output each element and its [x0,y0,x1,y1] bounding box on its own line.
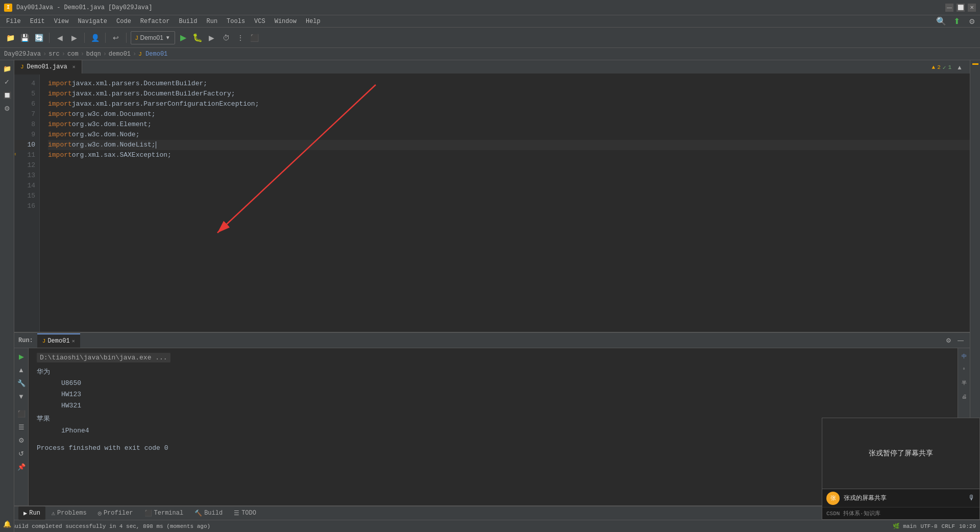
settings-panel-button[interactable]: ⚙ [943,335,953,346]
bottom-tab-problems[interactable]: ⚠ Problems [46,506,92,520]
encoding-button[interactable]: 中 [958,350,970,362]
profile-button[interactable]: ⏱ [220,32,232,44]
code-line-7: import org.w3c.dom.Document; [48,109,970,119]
line-num-4: 4 [14,79,35,89]
search-everywhere-button[interactable]: 🔍 [935,15,947,28]
menu-view[interactable]: View [50,17,73,26]
tab-close-button[interactable]: ✕ [72,64,76,70]
code-editor[interactable]: 4 5 6 7 8 9 10 ◁ 11 12 13 14 15 16 impor… [14,75,970,332]
structure-sidebar-icon[interactable]: 🔲 [1,89,13,101]
line-num-5: 5 [14,89,35,99]
font-size-button[interactable]: 半 [958,377,970,389]
save-button[interactable]: 💾 [18,32,31,44]
todo-tab-label: TODO [241,510,256,517]
settings-button[interactable]: ⚙ [966,15,978,28]
floating-panel: 张戎暂停了屏幕共享 张 张戎的屏幕共享 🎙 CSDN 抖体系·知识库 [822,418,980,520]
menu-code[interactable]: Code [112,17,135,26]
tab-filename: Demo01.java [27,63,67,70]
bottom-tab-run[interactable]: ▶ Run [18,506,45,520]
code-line-16 [48,201,970,211]
notifications-sidebar-icon[interactable]: 🔔 [1,518,13,530]
sync-button[interactable]: 🔄 [33,32,45,44]
breadcrumb-bdqn[interactable]: bdqn [86,51,101,58]
code-line-9: import org.w3c.dom.Node; [48,130,970,140]
close-button[interactable]: ✕ [968,4,976,12]
java-file-icon: J [20,64,24,70]
open-button[interactable]: 📁 [4,32,16,44]
run-wrench-button[interactable]: 🔧 [15,377,28,389]
status-line-sep: CRLF [942,523,955,529]
run-tab-demo01[interactable]: J Demo01 ✕ [37,333,80,348]
code-line-10: import org.w3c.dom.NodeList; [48,140,970,150]
commit-sidebar-icon[interactable]: ✓ [1,76,13,88]
output-hw123: HW123 [37,389,949,400]
run-gear2-button[interactable]: ⚙ [15,434,28,446]
bottom-tab-todo[interactable]: ☰ TODO [229,506,261,520]
line-num-7: 7 [14,109,35,119]
git-button[interactable]: 👤 [89,32,101,44]
run-config-selector[interactable]: J Demo01 ▼ [131,31,175,44]
editor-tab-demo01[interactable]: J Demo01.java ✕ [14,60,82,74]
status-git: 🌿 main [893,523,917,529]
run-scroll-up-button[interactable]: ▲ [15,364,28,376]
breadcrumb-com[interactable]: com [67,51,79,58]
menu-tools[interactable]: Tools [223,17,249,26]
project-sidebar-icon[interactable]: 📁 [1,62,13,75]
half-width-button[interactable]: ° [958,364,970,376]
scroll-up-button[interactable]: ▲ [953,61,966,74]
code-line-4: import javax.xml.parsers.DocumentBuilder… [48,79,970,89]
services-sidebar-icon[interactable]: ⚙ [1,102,13,114]
minimize-panel-button[interactable]: — [955,335,966,346]
menu-edit[interactable]: Edit [26,17,49,26]
breadcrumb-class[interactable]: J Demo01 [138,51,167,58]
run-tab-label: Run [29,510,40,517]
run-pin-button[interactable]: 📌 [15,461,28,473]
undo-button[interactable]: ↩ [110,32,122,44]
menu-navigate[interactable]: Navigate [74,17,111,26]
minimize-button[interactable]: — [945,4,953,12]
output-process-finished: Process finished with exit code 0 [37,443,949,454]
coverage-button[interactable]: ▶ [206,32,218,44]
menu-vcs[interactable]: VCS [250,17,270,26]
run-panel-label: Run: [18,337,33,344]
more-actions-button[interactable]: ⋮ [234,32,247,44]
bottom-tab-profiler[interactable]: ◎ Profiler [93,506,138,520]
run-lines-button[interactable]: ☰ [15,421,28,433]
run-scroll-down-button[interactable]: ▼ [15,390,28,402]
stop-button[interactable]: ⬛ [249,32,261,44]
run-panel-controls: ⚙ — [943,335,966,346]
back-button[interactable]: ◀ [54,32,66,44]
code-line-14 [48,181,970,191]
menu-help[interactable]: Help [302,17,325,26]
window-controls[interactable]: — ⬜ ✕ [945,4,976,12]
build-tab-label: Build [204,510,223,517]
maximize-button[interactable]: ⬜ [957,4,965,12]
status-encoding: UTF-8 [921,523,938,529]
breadcrumb-src[interactable]: src [48,51,60,58]
update-button[interactable]: ⬆ [950,15,963,28]
code-content[interactable]: import javax.xml.parsers.DocumentBuilder… [40,75,970,332]
breadcrumb-project[interactable]: Day029Java [4,51,41,58]
menu-run[interactable]: Run [202,17,222,26]
run-stop-button[interactable]: ⬛ [15,407,28,420]
menu-file[interactable]: File [2,17,25,26]
menu-refactor[interactable]: Refactor [136,17,174,26]
line-num-13: 13 [14,171,35,181]
line-num-9: 9 [14,130,35,140]
run-play-button[interactable]: ▶ [15,350,28,362]
output-hw321: HW321 [37,400,949,412]
warning-count: 2 [937,64,941,70]
line-num-12: 12 [14,160,35,171]
menu-window[interactable]: Window [271,17,301,26]
bottom-tab-terminal[interactable]: ⬛ Terminal [139,506,189,520]
bottom-tab-build[interactable]: 🔨 Build [189,506,228,520]
run-button[interactable]: ▶ [177,32,189,44]
run-tab-close[interactable]: ✕ [72,338,75,344]
run-rerun-button[interactable]: ↺ [15,447,28,460]
line-num-11: ◁ 11 [14,150,35,160]
debug-button[interactable]: 🐛 [191,32,204,44]
forward-button[interactable]: ▶ [68,32,80,44]
menu-build[interactable]: Build [175,17,201,26]
copy-output-button[interactable]: 🖨 [958,390,970,402]
breadcrumb-demo01-pkg[interactable]: demo01 [109,51,131,58]
